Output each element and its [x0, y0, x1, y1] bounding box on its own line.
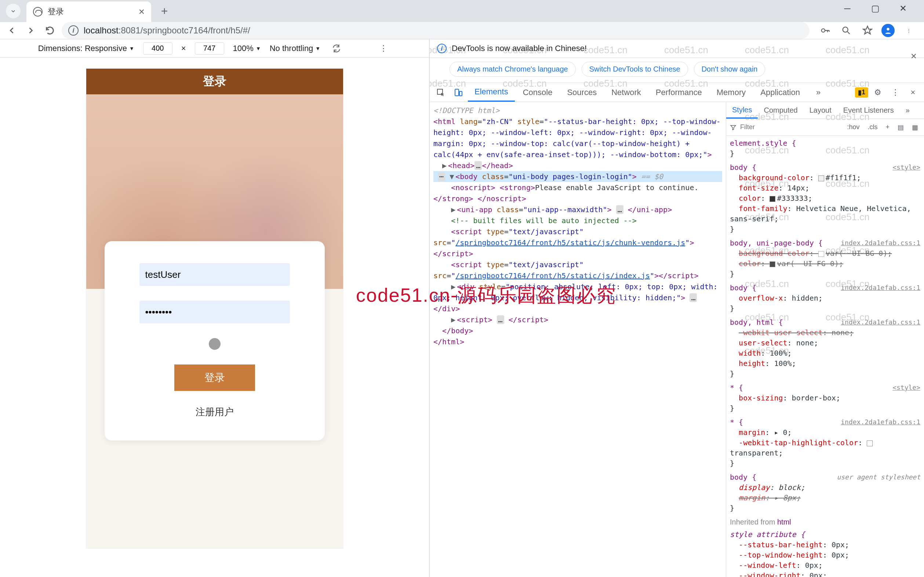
tab-memory[interactable]: Memory: [710, 83, 752, 102]
svg-point-2: [887, 28, 889, 31]
tab-console[interactable]: Console: [516, 83, 559, 102]
banner-actions: Always match Chrome's language Switch De…: [430, 58, 924, 83]
banner-text: DevTools is now available in Chinese!: [452, 44, 587, 53]
password-key-icon[interactable]: [818, 23, 832, 38]
styles-filter-input[interactable]: [740, 123, 841, 131]
svg-rect-4: [455, 89, 459, 96]
username-input[interactable]: [140, 263, 290, 286]
pill-switch-chinese[interactable]: Switch DevTools to Chinese: [582, 62, 688, 77]
device-options-icon[interactable]: ⋮: [376, 41, 391, 56]
computed-toggle-icon[interactable]: ▤: [895, 122, 906, 132]
back-button[interactable]: [5, 23, 19, 38]
svg-point-1: [843, 27, 848, 32]
window-minimize-icon[interactable]: ─: [839, 0, 856, 17]
devtools-menu-icon[interactable]: ⋮: [887, 83, 903, 102]
register-link[interactable]: 注册用户: [196, 406, 234, 418]
device-canvas: 登录 登录 注册用户: [0, 58, 429, 577]
styles-rules[interactable]: element.style {} <style>body { backgroun…: [726, 136, 924, 577]
svg-rect-5: [459, 91, 462, 96]
throttling-dropdown[interactable]: No throttling ▼: [270, 44, 320, 53]
rotate-icon[interactable]: [329, 41, 344, 56]
address-bar: i localhost:8081/springbootc7164/front/h…: [0, 22, 924, 39]
tab-application[interactable]: Application: [754, 83, 806, 102]
globe-icon: [33, 7, 43, 16]
tab-close-icon[interactable]: ×: [139, 6, 145, 17]
elements-tree[interactable]: <!DOCTYPE html> <html lang="zh-CN" style…: [430, 102, 726, 577]
styles-tab-computed[interactable]: Computed: [758, 102, 803, 119]
reload-button[interactable]: [43, 23, 57, 38]
forward-button[interactable]: [24, 23, 38, 38]
tab-elements[interactable]: Elements: [468, 83, 515, 102]
new-rule-icon[interactable]: +: [883, 122, 892, 132]
device-viewport: 登录 登录 注册用户: [86, 69, 343, 548]
url-port: :8081: [119, 25, 140, 35]
tabs-more-icon[interactable]: »: [810, 83, 827, 102]
devtools-language-banner: i DevTools is now available in Chinese! …: [430, 39, 924, 58]
dimensions-dropdown[interactable]: Dimensions: Responsive ▼: [38, 44, 134, 53]
touch-indicator: [209, 338, 221, 350]
devtools-panel: i DevTools is now available in Chinese! …: [429, 39, 924, 577]
profile-avatar[interactable]: [881, 24, 895, 37]
new-tab-button[interactable]: +: [157, 4, 172, 18]
pill-dont-show[interactable]: Don't show again: [694, 62, 765, 77]
devtools-tabs: Elements Console Sources Network Perform…: [430, 83, 924, 102]
omnibox[interactable]: i localhost:8081/springbootc7164/front/h…: [62, 22, 810, 39]
tab-sources[interactable]: Sources: [560, 83, 603, 102]
styles-panel: Styles Computed Layout Event Listeners »…: [726, 102, 924, 577]
password-input[interactable]: [140, 301, 290, 323]
banner-close-icon[interactable]: ×: [911, 50, 917, 62]
tab-bar: 登录 × + ─ ▢ ✕: [0, 0, 924, 22]
styles-tab-event-listeners[interactable]: Event Listeners: [837, 102, 900, 119]
app-header: 登录: [86, 69, 343, 94]
inspect-icon[interactable]: [433, 83, 449, 102]
flex-toggle-icon[interactable]: ▦: [910, 122, 920, 132]
filter-icon: [730, 124, 736, 131]
warnings-badge[interactable]: ▮ 1: [855, 87, 868, 98]
device-mode-pane: Dimensions: Responsive ▼ × 100% ▼ No thr…: [0, 39, 429, 577]
login-card: 登录 注册用户: [105, 241, 325, 440]
site-info-icon[interactable]: i: [68, 25, 79, 35]
zoom-icon[interactable]: [839, 23, 853, 38]
bookmark-star-icon[interactable]: [860, 23, 875, 38]
tab-list-chevron[interactable]: [6, 4, 21, 18]
info-icon: i: [437, 44, 447, 53]
browser-tab[interactable]: 登录 ×: [26, 2, 151, 22]
devtools-close-icon[interactable]: ×: [905, 83, 921, 102]
width-input[interactable]: [143, 42, 172, 55]
height-input[interactable]: [195, 42, 224, 55]
login-button[interactable]: 登录: [174, 364, 255, 391]
pill-always-match[interactable]: Always match Chrome's language: [449, 62, 576, 77]
tab-performance[interactable]: Performance: [649, 83, 708, 102]
styles-tabs-more-icon[interactable]: »: [900, 102, 916, 119]
styles-tab-styles[interactable]: Styles: [726, 102, 758, 119]
window-maximize-icon[interactable]: ▢: [867, 0, 884, 17]
cls-toggle[interactable]: .cls: [865, 122, 880, 132]
zoom-dropdown[interactable]: 100% ▼: [233, 44, 261, 53]
url-path: /springbootc7164/front/h5/#/: [140, 25, 250, 35]
settings-gear-icon[interactable]: ⚙: [870, 83, 886, 102]
tab-network[interactable]: Network: [605, 83, 648, 102]
url-host: localhost: [84, 25, 119, 35]
dimensions-x: ×: [181, 44, 186, 53]
browser-menu-icon[interactable]: ⋮: [901, 23, 916, 38]
tab-title: 登录: [48, 6, 64, 17]
styles-tab-layout[interactable]: Layout: [804, 102, 837, 119]
svg-point-0: [822, 29, 825, 32]
window-close-icon[interactable]: ✕: [895, 0, 911, 17]
window-controls: ─ ▢ ✕: [830, 0, 920, 22]
hov-toggle[interactable]: :hov: [845, 122, 861, 132]
device-toolbar: Dimensions: Responsive ▼ × 100% ▼ No thr…: [0, 39, 429, 58]
device-toggle-icon[interactable]: [450, 83, 467, 102]
